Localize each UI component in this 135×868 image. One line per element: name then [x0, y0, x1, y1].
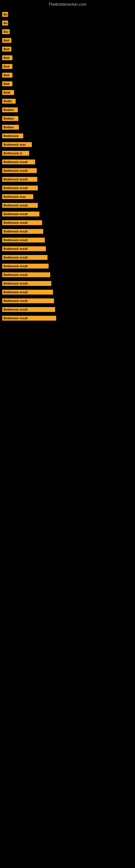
bottleneck-label: Bottleneck result: [2, 281, 51, 286]
list-item: Bottleneck result: [0, 227, 135, 236]
bottleneck-label: Bo: [2, 21, 8, 26]
items-container: BoBoBotBottBottBottBottBottBottBottlBott…: [0, 8, 135, 326]
bottleneck-label: Bottleneck result: [2, 255, 48, 260]
list-item: Bottle: [0, 97, 135, 105]
list-item: Bottleneck result: [0, 297, 135, 305]
list-item: Bott: [0, 80, 135, 88]
bottleneck-label: Bottleneck result: [2, 238, 45, 243]
list-item: Bottleneck result: [0, 236, 135, 244]
list-item: Bottleneck result: [0, 271, 135, 279]
bottleneck-label: Bottleneck result: [2, 220, 42, 225]
bottleneck-label: Bottleneck resu: [2, 194, 33, 199]
bottleneck-label: Bottleneck result: [2, 307, 55, 312]
list-item: Bottleneck resu: [0, 193, 135, 201]
list-item: Bottleneck result: [0, 166, 135, 175]
bottleneck-label: Bottleneck result: [2, 212, 39, 216]
bottleneck-label: Bot: [2, 29, 10, 34]
list-item: Bottleneck result: [0, 158, 135, 166]
bottleneck-label: Bottleneck: [2, 133, 23, 138]
list-item: Bottleneck: [0, 132, 135, 140]
list-item: Bottl: [0, 88, 135, 97]
bottleneck-label: Bottlen: [2, 116, 18, 121]
list-item: Bottlen: [0, 123, 135, 131]
bottleneck-label: Bottleneck result: [2, 186, 38, 190]
list-item: Bottleneck re: [0, 149, 135, 157]
bottleneck-label: Bottleneck resu: [2, 142, 32, 147]
bottleneck-label: Bottleneck result: [2, 203, 38, 208]
list-item: Bottleneck result: [0, 210, 135, 218]
list-item: Bottleneck result: [0, 219, 135, 227]
bottleneck-label: Bott: [2, 64, 12, 69]
bottleneck-label: Bott: [2, 38, 11, 43]
bottleneck-label: Bottleneck result: [2, 229, 43, 234]
list-item: Bottleneck resu: [0, 141, 135, 149]
list-item: Bott: [0, 36, 135, 44]
list-item: Bott: [0, 54, 135, 62]
bottleneck-label: Bottlen: [2, 125, 19, 130]
list-item: Bottleneck result: [0, 201, 135, 209]
list-item: Bott: [0, 71, 135, 79]
list-item: Bo: [0, 10, 135, 19]
list-item: Bo: [0, 19, 135, 27]
list-item: Bottlen: [0, 115, 135, 123]
bottleneck-label: Bottleneck result: [2, 264, 49, 269]
list-item: Bott: [0, 45, 135, 53]
site-title: TheBottlenecker.com: [0, 0, 135, 8]
bottleneck-label: Bottleneck result: [2, 168, 37, 173]
list-item: Bottleneck result: [0, 262, 135, 270]
bottleneck-label: Bott: [2, 82, 12, 86]
list-item: Bottleneck result: [0, 305, 135, 314]
bottleneck-label: Bott: [2, 46, 11, 52]
list-item: Bottleneck result: [0, 314, 135, 322]
bottleneck-label: Bo: [2, 12, 8, 17]
list-item: Bottlen: [0, 106, 135, 114]
bottleneck-label: Bott: [2, 55, 12, 60]
list-item: Bottleneck result: [0, 184, 135, 192]
bottleneck-label: Bottleneck result: [2, 159, 35, 164]
list-item: Bott: [0, 62, 135, 70]
bottleneck-label: Bottl: [2, 90, 14, 95]
bottleneck-label: Bottleneck re: [2, 151, 29, 156]
list-item: Bot: [0, 28, 135, 36]
bottleneck-label: Bottleneck result: [2, 177, 37, 182]
bottleneck-label: Bottleneck result: [2, 299, 54, 303]
list-item: Bottleneck result: [0, 288, 135, 296]
bottleneck-label: Bottleneck result: [2, 316, 56, 321]
list-item: Bottleneck result: [0, 175, 135, 183]
bottleneck-label: Bottleneck result: [2, 290, 53, 294]
list-item: Bottleneck result: [0, 245, 135, 253]
list-item: Bottleneck result: [0, 253, 135, 261]
bottleneck-label: Bott: [2, 73, 12, 78]
bottleneck-label: Bottleneck result: [2, 272, 50, 277]
bottleneck-label: Bottleneck result: [2, 246, 46, 251]
list-item: Bottleneck result: [0, 279, 135, 287]
bottleneck-label: Bottle: [2, 99, 16, 104]
bottleneck-label: Bottlen: [2, 107, 18, 112]
